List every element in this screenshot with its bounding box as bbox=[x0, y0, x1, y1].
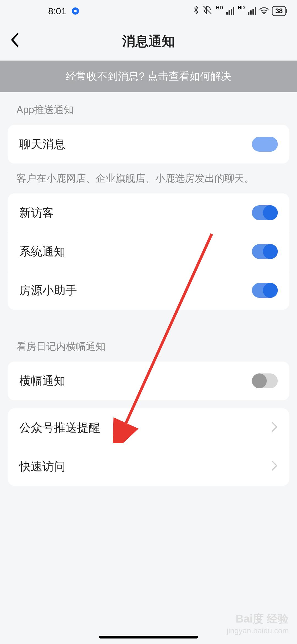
item-label: 聊天消息 bbox=[19, 137, 65, 152]
bluetooth-icon bbox=[193, 5, 199, 17]
vibrate-icon bbox=[203, 5, 213, 17]
section-label-app-push: App推送通知 bbox=[0, 92, 297, 125]
item-banner-notice[interactable]: 横幅通知 bbox=[8, 362, 289, 400]
item-label: 新访客 bbox=[19, 205, 54, 220]
help-banner[interactable]: 经常收不到消息? 点击查看如何解决 bbox=[0, 61, 297, 92]
watermark-url: jingyan.baidu.com bbox=[227, 626, 289, 636]
battery-level: 38 bbox=[275, 7, 283, 15]
status-time: 8:01 bbox=[48, 6, 66, 17]
watermark-brand: Bai度 经验 bbox=[227, 612, 289, 626]
toggle-new-visitor[interactable] bbox=[252, 205, 278, 220]
battery-icon: 38 bbox=[272, 6, 286, 16]
svg-point-0 bbox=[263, 13, 265, 14]
toggle-knob bbox=[252, 373, 267, 388]
item-label: 房源小助手 bbox=[19, 283, 77, 298]
toggle-chat-message[interactable] bbox=[252, 137, 278, 152]
back-button[interactable] bbox=[10, 32, 19, 51]
status-right: HD HD 38 bbox=[193, 5, 286, 17]
toggle-knob bbox=[263, 137, 278, 152]
item-label: 系统通知 bbox=[19, 244, 65, 259]
chevron-right-icon bbox=[271, 420, 278, 435]
card-chat: 聊天消息 bbox=[8, 125, 289, 163]
toggle-banner-notice[interactable] bbox=[252, 373, 278, 388]
item-quick-access[interactable]: 快速访问 bbox=[8, 447, 289, 486]
toggle-knob bbox=[263, 205, 278, 220]
card-banner-notice: 横幅通知 bbox=[8, 362, 289, 400]
toggle-knob bbox=[263, 244, 278, 259]
toggle-knob bbox=[263, 283, 278, 298]
banner-text: 经常收不到消息? 点击查看如何解决 bbox=[66, 70, 231, 82]
status-left: 8:01 bbox=[48, 6, 79, 17]
section-desc-chat: 客户在小鹿网店、企业旗舰店、小鹿选房发出的聊天。 bbox=[0, 163, 297, 193]
item-chat-message[interactable]: 聊天消息 bbox=[8, 125, 289, 163]
item-new-visitor[interactable]: 新访客 bbox=[8, 193, 289, 232]
hd-label-1: HD bbox=[216, 5, 223, 11]
status-bar: 8:01 HD HD 38 bbox=[0, 0, 297, 22]
wifi-icon bbox=[259, 6, 269, 17]
item-system-notice[interactable]: 系统通知 bbox=[8, 232, 289, 271]
item-official-account-push[interactable]: 公众号推送提醒 bbox=[8, 408, 289, 447]
signal-bars-1 bbox=[226, 7, 234, 15]
chevron-right-icon bbox=[271, 459, 278, 474]
item-label: 公众号推送提醒 bbox=[19, 420, 100, 435]
watermark: Bai度 经验 jingyan.baidu.com bbox=[227, 612, 289, 636]
status-indicator-dot bbox=[72, 7, 79, 15]
page-title: 消息通知 bbox=[122, 32, 175, 50]
card-app-push: 新访客 系统通知 房源小助手 bbox=[8, 193, 289, 310]
home-indicator[interactable] bbox=[99, 636, 198, 638]
item-housing-assistant[interactable]: 房源小助手 bbox=[8, 271, 289, 310]
toggle-housing-assistant[interactable] bbox=[252, 283, 278, 298]
item-label: 横幅通知 bbox=[19, 373, 65, 389]
card-nav-items: 公众号推送提醒 快速访问 bbox=[8, 408, 289, 486]
signal-bars-2 bbox=[248, 7, 256, 15]
section-label-banner-notice: 看房日记内横幅通知 bbox=[0, 329, 297, 362]
item-label: 快速访问 bbox=[19, 459, 65, 474]
hd-label-2: HD bbox=[238, 5, 245, 11]
toggle-system-notice[interactable] bbox=[252, 244, 278, 259]
page-header: 消息通知 bbox=[0, 22, 297, 61]
